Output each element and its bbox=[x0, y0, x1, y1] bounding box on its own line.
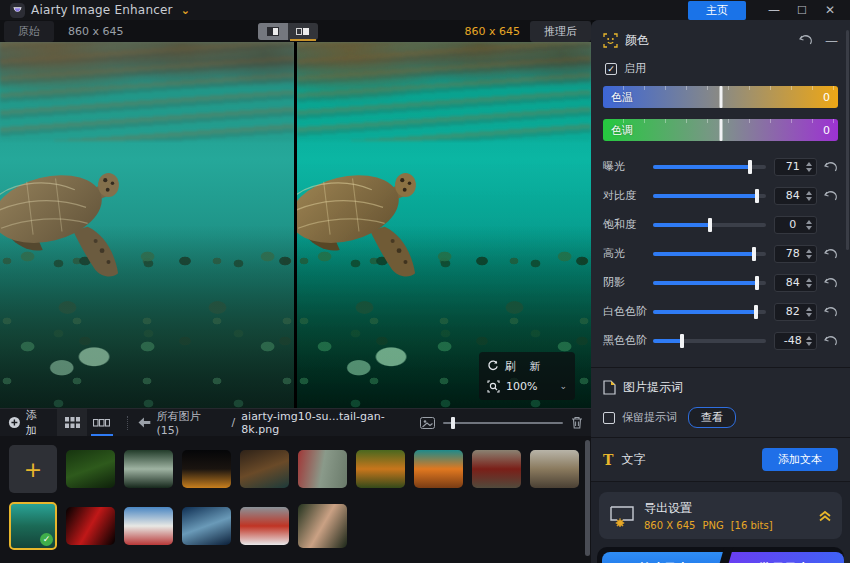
refresh-button[interactable]: 刷 新 bbox=[487, 356, 567, 376]
adjustment-slider[interactable] bbox=[653, 194, 766, 198]
breadcrumb: 所有图片 (15) / aiarty-img10-su...tail-gan-8… bbox=[138, 409, 420, 437]
add-text-button[interactable]: 添加文本 bbox=[762, 448, 838, 471]
undo-icon[interactable] bbox=[824, 248, 838, 260]
value-spinner[interactable] bbox=[806, 249, 812, 259]
export-batch-button[interactable]: 批量导出 bbox=[725, 552, 844, 563]
slider-handle[interactable] bbox=[708, 218, 712, 232]
split-view-button[interactable] bbox=[258, 23, 288, 40]
thumbnail-size-slider[interactable] bbox=[443, 422, 563, 424]
thumb-red-fish[interactable] bbox=[66, 507, 115, 545]
filmstrip-view-button[interactable] bbox=[87, 409, 117, 437]
thumb-lake-house[interactable] bbox=[240, 450, 289, 488]
thumb-white-house[interactable] bbox=[124, 507, 173, 545]
adjustment-value-box[interactable]: 84 bbox=[774, 187, 817, 205]
add-images-button[interactable]: 添加 bbox=[8, 408, 47, 438]
value-spinner[interactable] bbox=[806, 191, 812, 201]
refresh-label: 刷 新 bbox=[505, 359, 546, 374]
panel-scrollbar[interactable] bbox=[846, 30, 849, 250]
slider-handle[interactable] bbox=[755, 276, 759, 290]
maximize-button[interactable]: ☐ bbox=[788, 4, 816, 17]
slider-handle[interactable] bbox=[754, 305, 758, 319]
thumb-red-ship-snow[interactable] bbox=[240, 507, 289, 545]
color-undo-icon[interactable] bbox=[799, 34, 813, 46]
breadcrumb-all-images[interactable]: 所有图片 (15) bbox=[157, 409, 226, 437]
preview-area: 刷 新 100% ⌄ bbox=[0, 42, 591, 408]
undo-icon[interactable] bbox=[824, 277, 838, 289]
thumb-woman-portrait[interactable] bbox=[298, 504, 347, 548]
original-size-label: 860 x 645 bbox=[68, 25, 124, 38]
adjustment-slider[interactable] bbox=[653, 310, 766, 314]
adjustment-slider[interactable] bbox=[653, 339, 766, 343]
thumbnail-scrollbar[interactable] bbox=[585, 440, 590, 556]
tab-original[interactable]: 原始 bbox=[4, 21, 54, 42]
thumb-dog-underwater[interactable] bbox=[182, 507, 231, 545]
minimize-button[interactable]: — bbox=[760, 3, 788, 17]
adjustment-slider[interactable] bbox=[653, 223, 766, 227]
view-prompt-button[interactable]: 查看 bbox=[688, 407, 736, 428]
thumb-forest-bird[interactable] bbox=[66, 450, 115, 488]
thumb-sunset-lake[interactable] bbox=[414, 450, 463, 488]
adjustment-slider[interactable] bbox=[653, 165, 766, 169]
app-menu-chevron-icon[interactable]: ⌄ bbox=[181, 4, 190, 17]
keep-prompt-checkbox[interactable]: ✓ bbox=[603, 412, 615, 424]
temperature-slider[interactable]: 色温 0 bbox=[603, 86, 838, 108]
adjustment-value-box[interactable]: 0 bbox=[774, 216, 817, 234]
thumb-city-night[interactable] bbox=[182, 450, 231, 488]
back-arrow-icon[interactable] bbox=[138, 417, 151, 428]
undo-icon[interactable] bbox=[824, 306, 838, 318]
zoom-control[interactable]: 100% ⌄ bbox=[487, 376, 567, 396]
slider-handle[interactable] bbox=[755, 189, 759, 203]
grid-view-button[interactable] bbox=[57, 409, 87, 437]
trash-icon[interactable] bbox=[571, 416, 583, 429]
adjustment-value-box[interactable]: 71 bbox=[774, 158, 817, 176]
enable-row[interactable]: ✓ 启用 bbox=[605, 61, 838, 76]
home-button[interactable]: 主页 bbox=[688, 1, 746, 20]
adjustment-value-box[interactable]: 78 bbox=[774, 245, 817, 263]
export-settings-card[interactable]: 导出设置 860 X 645 PNG [16 bits] bbox=[599, 492, 842, 539]
value-spinner[interactable] bbox=[806, 220, 812, 230]
color-collapse-button[interactable]: — bbox=[825, 33, 838, 48]
thumb-turtle-selected[interactable]: ✓ bbox=[9, 502, 57, 550]
undo-icon[interactable] bbox=[824, 335, 838, 347]
add-image-tile[interactable]: + bbox=[9, 445, 57, 493]
temperature-handle[interactable] bbox=[719, 86, 722, 108]
side-by-side-icon bbox=[296, 28, 309, 35]
adjustment-row-6: 黑色色阶-48 bbox=[603, 326, 838, 355]
slider-handle[interactable] bbox=[680, 334, 684, 348]
slider-handle[interactable] bbox=[752, 247, 756, 261]
adjustment-value: 78 bbox=[779, 247, 806, 260]
adjustment-value-box[interactable]: -48 bbox=[774, 332, 817, 350]
preview-image-before[interactable] bbox=[0, 42, 294, 408]
export-single-button[interactable]: 单张导出 bbox=[602, 552, 726, 563]
thumb-boy-orange[interactable] bbox=[356, 450, 405, 488]
value-spinner[interactable] bbox=[806, 307, 812, 317]
adjustment-value: 71 bbox=[779, 160, 806, 173]
thumb-heron[interactable] bbox=[124, 450, 173, 488]
tint-handle[interactable] bbox=[719, 119, 722, 141]
value-spinner[interactable] bbox=[806, 336, 812, 346]
thumb-red-car[interactable] bbox=[472, 450, 521, 488]
undo-icon[interactable] bbox=[824, 161, 838, 173]
slider-handle[interactable] bbox=[748, 160, 752, 174]
value-spinner[interactable] bbox=[806, 162, 812, 172]
value-spinner[interactable] bbox=[806, 278, 812, 288]
prompt-section-header: 图片提示词 bbox=[603, 377, 838, 397]
undo-icon[interactable] bbox=[824, 190, 838, 202]
adjustment-value-box[interactable]: 82 bbox=[774, 303, 817, 321]
close-button[interactable]: ✕ bbox=[816, 3, 844, 17]
tab-enhanced[interactable]: 推理后 bbox=[530, 21, 591, 42]
side-by-side-view-button[interactable] bbox=[288, 23, 318, 40]
tint-slider[interactable]: 色调 0 bbox=[603, 119, 838, 141]
prompt-section-title: 图片提示词 bbox=[623, 379, 683, 396]
enable-checkbox[interactable]: ✓ bbox=[605, 63, 617, 75]
adjustment-label: 阴影 bbox=[603, 275, 653, 290]
collapse-chevrons-icon[interactable] bbox=[818, 510, 832, 522]
prompt-document-icon bbox=[603, 380, 616, 395]
thumbnail-size-handle[interactable] bbox=[451, 417, 455, 429]
adjustment-slider[interactable] bbox=[653, 281, 766, 285]
enable-label: 启用 bbox=[624, 61, 646, 76]
adjustment-value-box[interactable]: 84 bbox=[774, 274, 817, 292]
thumb-village-street[interactable] bbox=[530, 450, 579, 488]
thumb-flower-hummingbird[interactable] bbox=[298, 450, 347, 488]
adjustment-slider[interactable] bbox=[653, 252, 766, 256]
